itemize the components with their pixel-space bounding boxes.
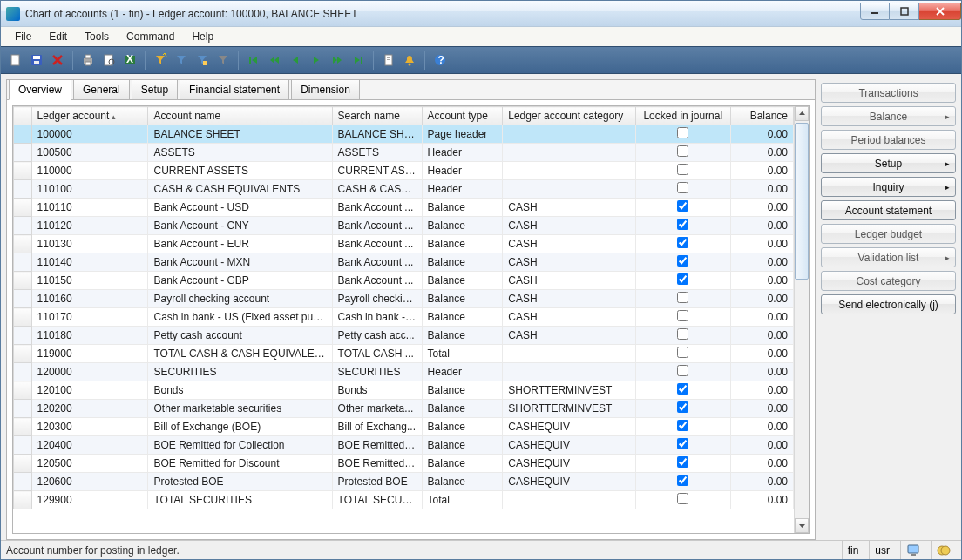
locked-checkbox[interactable] [677,420,688,431]
btn-account-statement[interactable]: Account statement [821,200,956,220]
cell-category[interactable]: CASH [503,235,635,253]
cell-ledger[interactable]: 120000 [31,363,148,381]
cell-category[interactable]: CASH [503,290,635,308]
btn-cost-category[interactable]: Cost category [821,271,956,291]
cell-balance[interactable]: 0.00 [730,418,793,436]
row-header[interactable] [14,180,32,199]
cell-ledger[interactable]: 120200 [31,400,148,418]
filter-by-field-icon[interactable] [172,51,191,70]
maximize-button[interactable] [890,3,919,20]
cell-name[interactable]: BOE Remitted for Collection [148,436,332,455]
table-row[interactable]: 110170Cash in bank - US (Fixed asset pur… [14,308,794,327]
cell-balance[interactable]: 0.00 [730,144,793,162]
cell-category[interactable]: SHORTTERMINVEST [503,381,635,400]
row-header[interactable] [14,308,32,327]
cell-name[interactable]: Other marketable securities [148,400,332,418]
cell-ledger[interactable]: 110160 [31,290,148,308]
cell-category[interactable]: CASH [503,199,635,217]
cell-locked[interactable] [635,162,730,180]
cell-ledger[interactable]: 110150 [31,272,148,290]
cell-category[interactable] [503,144,635,162]
cell-category[interactable] [503,125,635,144]
cell-search[interactable]: ASSETS [332,144,422,162]
cell-balance[interactable]: 0.00 [730,308,793,327]
locked-checkbox[interactable] [677,328,688,340]
row-header[interactable] [14,272,32,290]
locked-checkbox[interactable] [677,219,688,230]
row-header[interactable] [14,345,32,363]
cell-type[interactable]: Balance [422,381,503,400]
scroll-down-icon[interactable] [795,518,809,533]
col-name[interactable]: Account name [148,107,332,125]
cell-locked[interactable] [635,327,730,345]
cell-type[interactable]: Total [422,345,503,363]
menu-tools[interactable]: Tools [78,29,116,44]
cell-search[interactable]: BALANCE SHEET [332,125,422,144]
cell-search[interactable]: Bonds [332,381,422,400]
cell-category[interactable]: CASH [503,272,635,290]
print-preview-icon[interactable] [99,51,119,70]
col-type[interactable]: Account type [422,107,503,125]
filter-by-selection-icon[interactable] [151,51,170,70]
cell-ledger[interactable]: 100000 [31,125,148,144]
locked-checkbox[interactable] [677,365,688,376]
table-row[interactable]: 110150Bank Account - GBPBank Account ...… [14,272,794,290]
menu-help[interactable]: Help [185,29,220,44]
cell-search[interactable]: CASH & CASH ... [332,180,422,199]
locked-checkbox[interactable] [677,273,688,285]
prev-page-icon[interactable] [265,51,284,70]
cell-balance[interactable]: 0.00 [730,436,793,455]
status-company[interactable]: fin [842,541,864,559]
cell-name[interactable]: BOE Remitted for Discount [148,455,332,473]
col-category[interactable]: Ledger account category [503,107,635,125]
cell-balance[interactable]: 0.00 [730,345,793,363]
tab-setup[interactable]: Setup [132,79,178,99]
col-ledger[interactable]: Ledger account [31,107,148,125]
cell-search[interactable]: SECURITIES [332,363,422,381]
table-row[interactable]: 120300Bill of Exchange (BOE)Bill of Exch… [14,418,794,436]
cell-balance[interactable]: 0.00 [730,290,793,308]
alert-icon[interactable] [400,51,419,70]
locked-checkbox[interactable] [677,237,688,248]
cell-ledger[interactable]: 120600 [31,473,148,491]
table-row[interactable]: 110110Bank Account - USDBank Account ...… [14,199,794,217]
cell-balance[interactable]: 0.00 [730,162,793,180]
cell-type[interactable]: Balance [422,327,503,345]
prev-icon[interactable] [286,51,305,70]
row-header[interactable] [14,363,32,381]
cell-name[interactable]: Petty cash account [148,327,332,345]
cell-type[interactable]: Balance [422,290,503,308]
col-locked[interactable]: Locked in journal [635,107,730,125]
table-row[interactable]: 120500BOE Remitted for DiscountBOE Remit… [14,455,794,473]
excel-icon[interactable]: X [120,51,139,70]
tab-dimension[interactable]: Dimension [291,79,360,99]
cell-ledger[interactable]: 100500 [31,144,148,162]
cell-name[interactable]: BALANCE SHEET [148,125,332,144]
col-search[interactable]: Search name [332,107,422,125]
row-header[interactable] [14,327,32,345]
remove-filter-icon[interactable] [213,51,233,70]
locked-checkbox[interactable] [677,475,688,486]
btn-balance[interactable]: Balance▸ [821,106,956,126]
cell-locked[interactable] [635,491,730,509]
cell-search[interactable]: Bill of Exchang... [332,418,422,436]
cell-category[interactable] [503,180,635,199]
cell-locked[interactable] [635,125,730,144]
cell-name[interactable]: Bank Account - GBP [148,272,332,290]
cell-type[interactable]: Total [422,491,503,509]
btn-transactions[interactable]: Transactions [821,83,956,103]
cell-locked[interactable] [635,400,730,418]
cell-name[interactable]: Payroll checking account [148,290,332,308]
cell-name[interactable]: SECURITIES [148,363,332,381]
cell-ledger[interactable]: 110110 [31,199,148,217]
table-row[interactable]: 100000BALANCE SHEETBALANCE SHEETPage hea… [14,125,794,144]
cell-type[interactable]: Page header [422,125,503,144]
table-row[interactable]: 120200Other marketable securitiesOther m… [14,400,794,418]
btn-period-balances[interactable]: Period balances [821,130,956,150]
cell-category[interactable]: CASH [503,253,635,272]
row-header[interactable] [14,217,32,235]
table-row[interactable]: 110100CASH & CASH EQUIVALENTSCASH & CASH… [14,180,794,199]
table-row[interactable]: 120400BOE Remitted for CollectionBOE Rem… [14,436,794,455]
filter-by-grid-icon[interactable] [193,51,212,70]
cell-locked[interactable] [635,455,730,473]
